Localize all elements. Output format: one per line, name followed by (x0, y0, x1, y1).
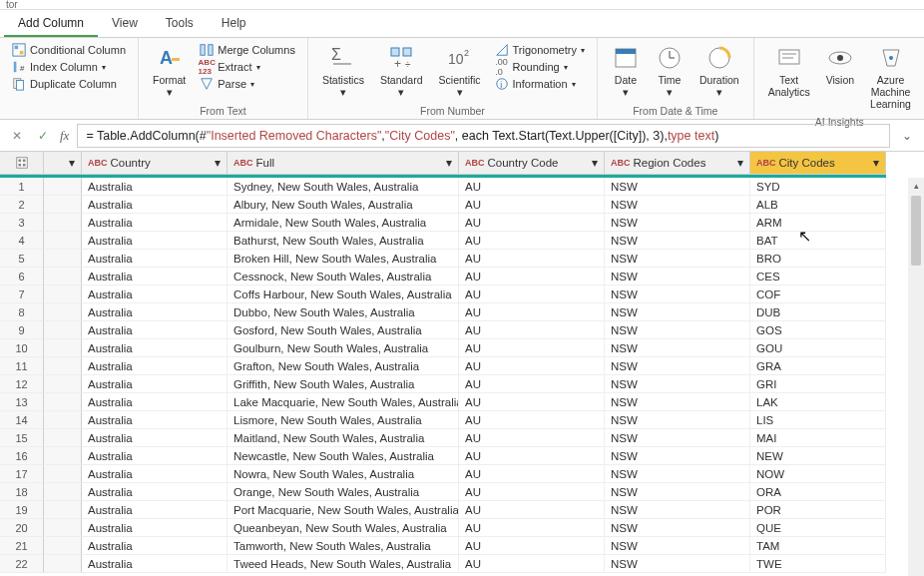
cell[interactable]: Cessnock, New South Wales, Australia (228, 268, 459, 286)
cell[interactable]: GRA (750, 357, 886, 375)
cell[interactable]: NSW (605, 268, 750, 286)
cell[interactable]: NSW (605, 196, 750, 214)
filter-icon[interactable]: ▾ (443, 157, 455, 169)
cell[interactable]: AU (459, 537, 605, 555)
cell[interactable]: GRI (750, 375, 886, 393)
row-number[interactable]: 2 (0, 196, 44, 214)
merge-columns-button[interactable]: Merge Columns (198, 42, 297, 58)
cell[interactable]: Australia (82, 411, 228, 429)
cell[interactable]: Newcastle, New South Wales, Australia (228, 447, 459, 465)
row-number[interactable]: 14 (0, 411, 44, 429)
cell[interactable]: COF (750, 286, 886, 303)
row-number[interactable]: 22 (0, 555, 44, 573)
cell[interactable]: Armidale, New South Wales, Australia (228, 214, 459, 232)
cell[interactable]: CES (750, 268, 886, 286)
cell[interactable]: Lake Macquarie, New South Wales, Austral… (228, 393, 459, 411)
cell[interactable]: Maitland, New South Wales, Australia (228, 429, 459, 447)
cell[interactable]: AU (459, 250, 605, 268)
filter-icon[interactable]: ▾ (734, 157, 746, 169)
cell[interactable]: Tweed Heads, New South Wales, Australia (228, 555, 459, 573)
row-number[interactable]: 11 (0, 357, 44, 375)
row-number[interactable]: 7 (0, 286, 44, 303)
column-header-region-codes[interactable]: ABC Region Codes ▾ (605, 152, 750, 175)
row-number[interactable]: 8 (0, 303, 44, 321)
cell[interactable]: Griffith, New South Wales, Australia (228, 375, 459, 393)
cell[interactable]: BAT (750, 232, 886, 250)
statistics-button[interactable]: Σ Statistics▾ (314, 40, 372, 102)
cell[interactable]: Australia (82, 447, 228, 465)
cell[interactable]: NSW (605, 357, 750, 375)
cell[interactable]: Australia (82, 250, 228, 268)
cell[interactable]: Lismore, New South Wales, Australia (228, 411, 459, 429)
filter-icon[interactable]: ▾ (66, 157, 78, 169)
select-all-button[interactable] (0, 152, 44, 175)
cell[interactable]: AU (459, 214, 605, 232)
duplicate-column-button[interactable]: Duplicate Column (10, 76, 128, 92)
cell[interactable]: AU (459, 357, 605, 375)
row-number[interactable]: 5 (0, 250, 44, 268)
azure-ml-button[interactable]: Azure Machine Learning (862, 40, 919, 114)
cell[interactable]: NSW (605, 214, 750, 232)
filter-icon[interactable]: ▾ (589, 157, 601, 169)
cell[interactable]: POR (750, 501, 886, 519)
extract-button[interactable]: ABC123 Extract ▾ (198, 59, 297, 75)
time-button[interactable]: Time▾ (648, 40, 692, 102)
scientific-button[interactable]: 102 Scientific▾ (431, 40, 489, 102)
parse-button[interactable]: Parse ▾ (198, 76, 297, 92)
cell[interactable]: NSW (605, 465, 750, 483)
cell[interactable]: AU (459, 393, 605, 411)
tab-add-column[interactable]: Add Column (4, 10, 98, 37)
cell[interactable]: ALB (750, 196, 886, 214)
cell[interactable]: NSW (605, 375, 750, 393)
cell[interactable]: NSW (605, 393, 750, 411)
column-header-city-codes[interactable]: ABC City Codes ▾ (750, 152, 886, 175)
cell[interactable]: AU (459, 411, 605, 429)
format-button[interactable]: A Format▾ (145, 40, 194, 102)
cell[interactable]: NSW (605, 321, 750, 339)
vertical-scrollbar[interactable]: ▴ (908, 178, 924, 576)
cell[interactable]: Dubbo, New South Wales, Australia (228, 303, 459, 321)
cell[interactable]: NSW (605, 447, 750, 465)
row-number[interactable]: 21 (0, 537, 44, 555)
cell[interactable]: AU (459, 232, 605, 250)
row-number[interactable]: 12 (0, 375, 44, 393)
row-number[interactable]: 9 (0, 321, 44, 339)
filter-icon[interactable]: ▾ (870, 157, 882, 169)
row-number[interactable]: 1 (0, 178, 44, 196)
cell[interactable]: Australia (82, 286, 228, 303)
cell[interactable]: Australia (82, 375, 228, 393)
cell[interactable]: NSW (605, 232, 750, 250)
cell[interactable]: Australia (82, 429, 228, 447)
row-number[interactable]: 3 (0, 214, 44, 232)
cell[interactable]: QUE (750, 519, 886, 537)
cell[interactable]: Coffs Harbour, New South Wales, Australi… (228, 286, 459, 303)
cell[interactable]: NSW (605, 250, 750, 268)
cell[interactable]: ORA (750, 483, 886, 501)
date-button[interactable]: Date▾ (604, 40, 648, 102)
cell[interactable]: Australia (82, 196, 228, 214)
cancel-formula-button[interactable]: ✕ (8, 127, 26, 145)
cell[interactable]: LIS (750, 411, 886, 429)
scroll-up-button[interactable]: ▴ (908, 178, 924, 194)
cell[interactable]: GOU (750, 339, 886, 357)
cell[interactable]: AU (459, 501, 605, 519)
cell[interactable]: NSW (605, 286, 750, 303)
cell[interactable]: Australia (82, 321, 228, 339)
cell[interactable]: NSW (605, 303, 750, 321)
cell[interactable]: NSW (605, 519, 750, 537)
cell[interactable]: Australia (82, 519, 228, 537)
row-number[interactable]: 4 (0, 232, 44, 250)
row-number[interactable]: 13 (0, 393, 44, 411)
cell[interactable]: Australia (82, 537, 228, 555)
cell[interactable]: Australia (82, 483, 228, 501)
cell[interactable]: NSW (605, 411, 750, 429)
cell[interactable]: Australia (82, 339, 228, 357)
index-column-button[interactable]: # Index Column ▾ (10, 59, 128, 75)
filter-icon[interactable]: ▾ (212, 157, 224, 169)
row-number[interactable]: 15 (0, 429, 44, 447)
row-number[interactable]: 6 (0, 268, 44, 286)
cell[interactable]: Albury, New South Wales, Australia (228, 196, 459, 214)
conditional-column-button[interactable]: Conditional Column (10, 42, 128, 58)
cell[interactable]: Gosford, New South Wales, Australia (228, 321, 459, 339)
column-header-country[interactable]: ABC Country ▾ (82, 152, 228, 175)
